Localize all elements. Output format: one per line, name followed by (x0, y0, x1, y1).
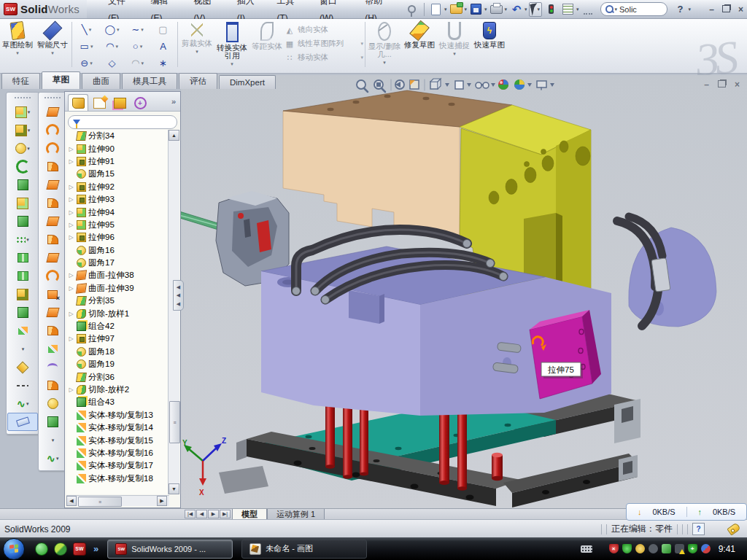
tree-item[interactable]: ▷拉伸95 (66, 219, 169, 231)
measure-button[interactable] (7, 413, 38, 431)
tree-item[interactable]: 实体-移动/复制15 (66, 434, 169, 446)
tab-特征[interactable]: 特征 (1, 73, 40, 89)
helix-curve-button[interactable]: ∿▾ (8, 394, 37, 413)
tree-item[interactable]: 组合42 (66, 320, 169, 332)
tree-item[interactable]: ▷拉伸96 (66, 231, 169, 244)
dropdown-arrow-icon[interactable]: ▾ (56, 456, 59, 462)
boundary-surface-button[interactable] (40, 158, 65, 176)
tree-item[interactable]: 实体-移动/复制16 (66, 447, 169, 459)
dropdown-arrow-icon[interactable]: ▾ (26, 237, 29, 243)
delete-face-button[interactable] (40, 285, 65, 303)
start-button[interactable] (3, 538, 25, 560)
scroll-thumb[interactable]: ≡ (169, 401, 180, 443)
dropdown-arrow-icon[interactable]: ▾ (141, 61, 144, 66)
keyboard-layout-icon[interactable] (581, 545, 592, 553)
tree-item[interactable]: 实体-移动/复制18 (66, 472, 169, 485)
revolved-boss-button[interactable] (8, 176, 37, 194)
thicken-button[interactable] (40, 358, 65, 376)
view-settings-icon[interactable] (537, 81, 554, 90)
tree-item[interactable]: ▷拉伸97 (66, 332, 169, 345)
tab-草图[interactable]: 草图 (42, 71, 80, 89)
dropdown-arrow-icon[interactable]: ▾ (90, 44, 93, 50)
dropdown-arrow-icon[interactable]: ▾ (383, 60, 386, 66)
graphics-viewport[interactable]: 拉伸75 Y Z X (181, 75, 747, 508)
viewport-restore-button[interactable] (718, 79, 726, 90)
tree-item[interactable]: ▷拉伸93 (66, 193, 169, 206)
toolbar-overflow-icon[interactable] (581, 2, 595, 17)
tree-item[interactable]: ▷拉伸92 (66, 181, 169, 193)
shell-button[interactable] (8, 285, 37, 303)
dropdown-arrow-icon[interactable]: ▾ (453, 51, 456, 57)
volume-icon[interactable] (649, 544, 658, 553)
dropdown-arrow-icon[interactable]: ▾ (360, 41, 363, 47)
panel-tab-configurationmanager[interactable] (110, 95, 129, 111)
tree-item[interactable]: 圆角16 (66, 244, 169, 257)
rectangle-tool[interactable]: ▭▾ (74, 38, 99, 55)
security-red-icon[interactable]: × (609, 544, 619, 553)
tree-item[interactable]: 实体-移动/复制13 (66, 409, 169, 421)
antivirus-icon[interactable]: + (688, 544, 697, 553)
knit-surface-button[interactable] (40, 249, 65, 267)
circle-tool[interactable]: ◯▾ (99, 21, 125, 38)
apply-scene-icon[interactable] (514, 79, 532, 90)
radiate-surface-button[interactable] (40, 267, 65, 285)
tag-icon[interactable] (727, 522, 740, 535)
swept-surface-button[interactable] (40, 103, 65, 121)
search-input[interactable]: ▾ Solic (600, 2, 667, 16)
save-icon[interactable] (469, 2, 484, 17)
replace-face-button[interactable] (40, 303, 65, 322)
tree-item[interactable]: ▷切除-放样1 (66, 307, 169, 319)
solidworks-icon[interactable]: SW (73, 542, 86, 556)
scroll-left-button[interactable]: ◀ (66, 496, 77, 506)
options-list-icon[interactable] (561, 2, 576, 17)
swept-boss-button[interactable] (8, 158, 37, 176)
dropdown-arrow-icon[interactable]: ▾ (27, 146, 30, 152)
tree-item[interactable]: 分割36 (66, 370, 169, 383)
print-icon[interactable] (489, 2, 503, 17)
extruded-cut-button[interactable]: ▾ (8, 121, 37, 139)
tree-item[interactable]: ▷拉伸94 (66, 206, 169, 218)
panel-splitter[interactable]: ◀◀◀ (173, 280, 184, 311)
panel-tab-dimxpertmanager[interactable]: + (131, 95, 150, 111)
expand-arrow-icon[interactable]: ▷ (68, 222, 74, 228)
tab-曲面[interactable]: 曲面 (82, 73, 120, 89)
tree-item[interactable]: ▷切除-放样2 (66, 384, 169, 396)
convert-entities-button[interactable]: 转换实体引用▾ (214, 19, 249, 67)
linear-pattern-button[interactable]: ▾ (8, 230, 37, 249)
close-button[interactable]: × (735, 4, 747, 15)
scroll-down-button[interactable]: ▼ (169, 483, 179, 494)
dropdown-arrow-icon[interactable]: ▾ (90, 61, 93, 66)
tree-item[interactable]: 圆角17 (66, 257, 169, 269)
dome-button[interactable] (40, 413, 65, 431)
dropdown-arrow-icon[interactable]: ▾ (22, 346, 25, 352)
dropdown-arrow-icon[interactable]: ▾ (115, 44, 118, 50)
combine-button[interactable] (8, 303, 37, 322)
open-icon[interactable] (449, 2, 463, 17)
expand-arrow-icon[interactable]: ▷ (68, 184, 74, 190)
expand-arrow-icon[interactable]: ▷ (68, 386, 74, 393)
dropdown-arrow-icon[interactable]: ▾ (52, 438, 55, 443)
tab-评估[interactable]: 评估 (179, 73, 217, 89)
sketch-draw-button[interactable]: 草图绘制▾ (0, 19, 35, 56)
restore-button[interactable] (720, 4, 732, 15)
move-copy-body-button[interactable] (8, 322, 37, 340)
quick-tips-button[interactable]: ? (692, 523, 705, 535)
nav-first-button[interactable]: |◀ (185, 510, 196, 518)
dropdown-arrow-icon[interactable]: ▾ (141, 27, 144, 33)
surface-fillet-button[interactable] (40, 394, 65, 413)
display-style-icon[interactable] (455, 81, 471, 89)
smart-dimension-button[interactable]: 智能尺寸▾ (35, 19, 70, 56)
doc-tab-模型[interactable]: 模型 (232, 509, 267, 520)
new-document-icon[interactable] (429, 2, 444, 17)
traffic-light-icon[interactable] (544, 2, 559, 17)
tree-item[interactable]: 组合43 (66, 396, 169, 408)
updates-icon[interactable] (701, 544, 711, 553)
offset-surface-button[interactable] (40, 194, 65, 212)
badge-icon[interactable] (635, 544, 645, 553)
ruled-surface-button[interactable] (40, 376, 65, 394)
lofted-boss-button[interactable] (8, 194, 37, 212)
undo-icon[interactable]: ↶ (509, 2, 524, 17)
panel-tab-propertymanager[interactable] (90, 95, 109, 111)
tree-item[interactable]: 分割34 (66, 130, 169, 142)
extruded-boss-button[interactable]: ▾ (8, 103, 37, 121)
